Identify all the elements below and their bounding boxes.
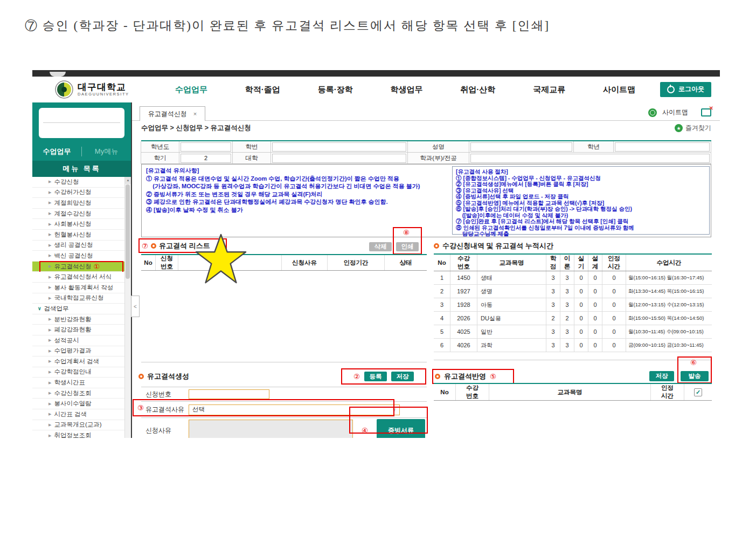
sidebar-tab-class-affairs[interactable]: 수업업무 [32, 147, 81, 156]
major-field[interactable] [470, 154, 710, 163]
sidebar-item-label: 봉사 활동계획서 작성 [54, 284, 113, 292]
student-no-field[interactable] [272, 142, 406, 152]
sidebar-item-24[interactable]: ▶취업정보조회 [32, 430, 131, 438]
cell-no: 2 [434, 285, 450, 298]
nav-item-records-graduation[interactable]: 학적·졸업 [245, 85, 280, 95]
nav-item-registration-scholarship[interactable]: 등록·장학 [318, 85, 353, 95]
cell-time: 화(15:00~15:50) 목(14:00~14:50) [626, 312, 712, 325]
menu-list-header: 메뉴 목록 [32, 161, 131, 177]
notice-line: ③ 폐강으로 인한 유고결석은 단과대학행정실에서 폐강과목 수강신청자 명단 … [146, 198, 446, 206]
sidebar-item-19[interactable]: ▶학생시간표 [32, 378, 131, 388]
tab-absence-apply[interactable]: 유고결석신청 × [140, 106, 205, 121]
sidebar-item-16[interactable]: ▶수업평가결과 [32, 346, 131, 357]
table-row[interactable]: 2 1927 생명 3 3 0 0 0 화(13:30~14:45) 목(15:… [434, 285, 712, 298]
table-row[interactable]: 1 1450 생태 3 3 0 0 0 월(15:00~16:15) 월(16:… [434, 271, 712, 285]
nav-item-student-affairs[interactable]: 학생업무 [390, 85, 422, 95]
sidebar-item-20[interactable]: ▶수강신청조회 [32, 388, 131, 399]
name-label: 성명 [407, 141, 469, 153]
reason-field[interactable] [189, 420, 353, 438]
enroll-section-title-row: 수강신청내역 및 유고결석 누적시간 [434, 241, 553, 251]
sidebar-item-5[interactable]: ▶헌혈봉사신청 [32, 230, 131, 241]
sidebar-item-14[interactable]: ▶폐강강좌현황 [32, 325, 131, 335]
sidebar-item-11[interactable]: ▶국내학점교류신청 [32, 293, 131, 304]
sidebar-item-15[interactable]: ▶성적공시 [32, 335, 131, 346]
cell-credit: 3 [546, 339, 560, 352]
sidebar-item-search-group[interactable]: ∨검색업무 [32, 304, 131, 314]
sidebar-item-21[interactable]: ▶봉사이수열람 [32, 399, 131, 409]
arrow-icon: ▶ [48, 253, 51, 258]
grade-cell [613, 141, 711, 153]
sidebar-tab-mymenu[interactable]: My메뉴 [81, 147, 131, 156]
sidebar-item-22[interactable]: ▶시간표 검색 [32, 409, 131, 420]
cell-no: 1 [434, 271, 450, 284]
breadcrumb-row: 수업업무 > 신청업무 > 유고결석신청 ★ 즐겨찾기 [141, 122, 711, 134]
cell-no: 4 [434, 312, 450, 325]
cell-theory: 3 [560, 285, 574, 298]
power-icon [667, 86, 675, 93]
sidebar-item-label: 교과목개요(교과) [54, 421, 101, 429]
semester-field[interactable]: 2 [181, 154, 231, 163]
arrow-icon: ▶ [48, 285, 51, 290]
notice-container: [유고결석 유의사항] ① 유고결석 적용은 대면수업 및 실시간 Zoom 수… [141, 164, 711, 237]
col-select-all: ✓ [684, 384, 712, 400]
university-logo[interactable]: 대구대학교 DAEGUUNIVERSITY [55, 80, 155, 99]
sidebar-item-23[interactable]: ▶교과목개요(교과) [32, 420, 131, 431]
sidebar-item-label: 취업정보조회 [54, 431, 91, 438]
cell-course-no: 4026 [450, 339, 477, 352]
sitemap-icon[interactable] [648, 108, 657, 117]
nav-item-class-affairs[interactable]: 수업업무 [175, 85, 207, 95]
cell-design: 0 [588, 271, 602, 284]
register-button[interactable]: 등록 [364, 372, 387, 381]
table-row[interactable]: 3 1928 아동 3 3 0 0 0 월(12:00~13:15) 수(12:… [434, 298, 712, 312]
main-nav: 수업업무 학적·졸업 등록·장학 학생업무 취업·산학 국제교류 사이트맵 [155, 85, 660, 95]
apply-save-button[interactable]: 저장 [649, 371, 674, 381]
scrollbar-thumb[interactable] [126, 184, 130, 279]
sidebar-scrollbar[interactable]: ▲ [124, 177, 131, 438]
major-cell [469, 153, 711, 164]
create-save-button[interactable]: 저장 [391, 372, 414, 381]
sidebar-item-10[interactable]: ▶봉사 활동계획서 작성 [32, 283, 131, 293]
nav-item-sitemap[interactable]: 사이트맵 [603, 85, 635, 95]
favorite-button[interactable]: ★ 즐겨찾기 [675, 124, 711, 133]
section-bullet-icon [151, 243, 156, 249]
sidebar-item-18[interactable]: ▶수강학점안내 [32, 367, 131, 378]
scroll-up-icon[interactable]: ▲ [125, 177, 131, 184]
sidebar-item-17[interactable]: ▶수업계획서 검색 [32, 356, 131, 367]
sidebar-item-1[interactable]: ▶수강허가신청 [32, 188, 131, 198]
tab-close-icon[interactable]: × [193, 111, 197, 117]
year-field[interactable] [181, 142, 231, 152]
student-no-label: 학번 [232, 141, 271, 153]
sidebar-item-4[interactable]: ▶사회봉사신청 [32, 219, 131, 230]
sitemap-label[interactable]: 사이트맵 [662, 108, 688, 117]
sidebar-item-7[interactable]: ▶백신 공결신청 [32, 251, 131, 262]
window-close-icon[interactable]: ✕ [701, 108, 711, 116]
name-field[interactable] [470, 142, 572, 152]
sidebar-item-9[interactable]: ▶유고결석신청서 서식 [32, 272, 131, 283]
col-time: 수업시간 [626, 255, 712, 271]
sidebar-item-absence-apply[interactable]: ▶유고결석신청① [32, 262, 131, 272]
sidebar-item-3[interactable]: ▶계절수강신청 [32, 209, 131, 220]
sidebar-item-13[interactable]: ▶분반강좌현황 [32, 314, 131, 325]
sidebar-item-0[interactable]: ▶수강신청 [32, 177, 131, 188]
college-field[interactable] [272, 154, 406, 163]
table-row[interactable]: 5 4025 일반 3 3 0 0 0 월(10:30~11:45) 수(09:… [434, 325, 712, 339]
nav-item-employment[interactable]: 취업·산학 [460, 85, 495, 95]
sidebar-item-label: 계절수강신청 [54, 210, 91, 218]
logout-button[interactable]: 로그아웃 [660, 82, 711, 97]
arrow-icon: ▶ [48, 180, 51, 184]
grade-field[interactable] [615, 142, 710, 152]
sidebar-item-6[interactable]: ▶생리 공결신청 [32, 241, 131, 251]
apply-no-field[interactable] [189, 389, 269, 399]
table-row[interactable]: 4 2026 DU실용 2 2 0 0 0 화(15:00~15:50) 목(1… [434, 312, 712, 325]
select-all-checkbox[interactable]: ✓ [694, 388, 702, 396]
university-name-en: DAEGUUNIVERSITY [78, 92, 129, 97]
sidebar-collapse-handle[interactable]: < [131, 296, 140, 317]
table-row[interactable]: 6 4026 과학 3 3 0 0 0 금(09:00~10:15) 금(10:… [434, 339, 712, 352]
cell-course-name: 생태 [477, 271, 546, 284]
absence-list-empty-body [141, 271, 427, 352]
cell-practice: 0 [574, 312, 588, 325]
nav-item-international[interactable]: 국제교류 [533, 85, 565, 95]
favorite-star-icon: ★ [675, 124, 683, 132]
delete-button[interactable]: 삭제 [369, 242, 392, 251]
sidebar-item-2[interactable]: ▶계절희망신청 [32, 198, 131, 209]
